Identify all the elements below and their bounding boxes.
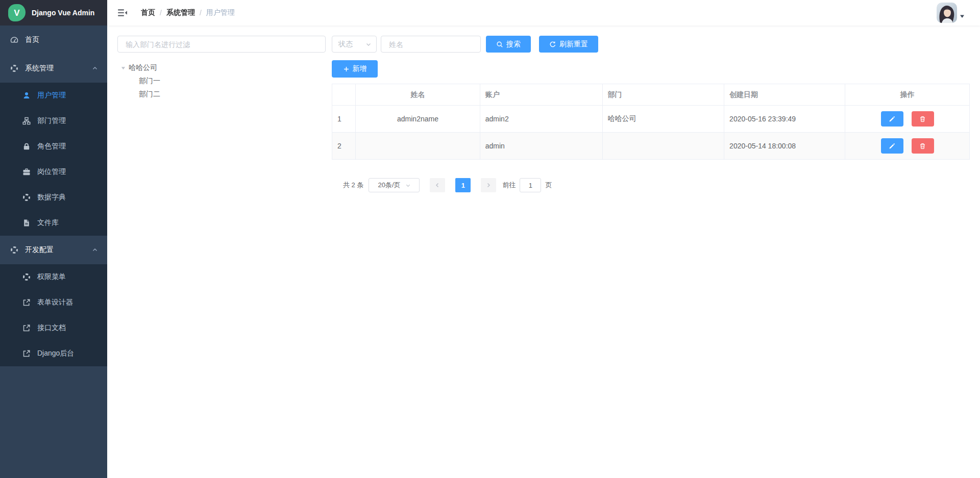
- component-icon: [10, 64, 18, 72]
- page-size-value: 20条/页: [378, 181, 400, 190]
- sidebar-group-system[interactable]: 系统管理: [0, 54, 107, 83]
- lock-icon: [22, 142, 31, 150]
- sidebar-item-django-backend[interactable]: Django后台: [0, 341, 107, 366]
- delete-button[interactable]: [912, 111, 934, 127]
- sidebar-item-dept-management[interactable]: 部门管理: [0, 108, 107, 134]
- tree-node-company[interactable]: 哈哈公司: [117, 61, 326, 74]
- component-icon: [22, 273, 31, 281]
- external-link-icon: [22, 349, 31, 358]
- page-number-1[interactable]: 1: [455, 178, 471, 192]
- prev-page-button[interactable]: [430, 178, 445, 192]
- sidebar-item-role-management[interactable]: 角色管理: [0, 134, 107, 159]
- sidebar-item-label: 数据字典: [37, 193, 66, 202]
- breadcrumb-separator: /: [200, 9, 202, 17]
- sidebar-item-label: 角色管理: [37, 142, 66, 151]
- sidebar-item-api-docs[interactable]: 接口文档: [0, 315, 107, 341]
- department-filter-input[interactable]: [117, 36, 326, 53]
- sidebar: V Django Vue Admin 首页 系统管理 用户管理: [0, 0, 107, 478]
- user-icon: [22, 91, 31, 99]
- breadcrumb-home[interactable]: 首页: [141, 8, 155, 17]
- sidebar-item-data-dictionary[interactable]: 数据字典: [0, 185, 107, 210]
- col-index: [332, 84, 356, 106]
- cell-department: [602, 133, 724, 160]
- sidebar-group-label: 系统管理: [25, 64, 54, 73]
- sidebar-group-label: 开发配置: [25, 245, 54, 255]
- edit-icon: [889, 143, 895, 149]
- submenu-system: 用户管理 部门管理 角色管理 岗位管理: [0, 83, 107, 236]
- app-logo[interactable]: V Django Vue Admin: [0, 0, 107, 26]
- user-table: 姓名 账户 部门 创建日期 操作 1 admin2name admin2 哈哈公…: [332, 84, 970, 160]
- app-title: Django Vue Admin: [32, 9, 94, 17]
- cell-department: 哈哈公司: [602, 106, 724, 133]
- table-row: 1 admin2name admin2 哈哈公司 2020-05-16 23:3…: [332, 106, 970, 133]
- trash-icon: [919, 143, 926, 149]
- filter-bar: 状态 搜索 刷新重置: [332, 36, 970, 53]
- edit-icon: [889, 116, 895, 122]
- dashboard-icon: [10, 36, 18, 44]
- sidebar-menu: 首页 系统管理 用户管理 部门管理: [0, 26, 107, 366]
- table-header-row: 姓名 账户 部门 创建日期 操作: [332, 84, 970, 106]
- page-unit-label: 页: [545, 181, 552, 190]
- cell-index: 2: [332, 133, 356, 160]
- pagination-total: 共 2 条: [343, 181, 363, 190]
- refresh-reset-label: 刷新重置: [559, 40, 588, 49]
- add-button-label: 新增: [353, 64, 367, 73]
- sidebar-item-label: 接口文档: [37, 323, 66, 333]
- vue-logo-letter: V: [14, 9, 19, 17]
- top-navbar: 首页 / 系统管理 / 用户管理: [107, 0, 980, 26]
- tree-node-dept-1[interactable]: 部门一: [117, 74, 326, 88]
- user-menu[interactable]: [937, 3, 972, 23]
- main-content: 哈哈公司 部门一 部门二 状态 搜索: [107, 26, 980, 478]
- caret-down-icon[interactable]: [117, 66, 129, 70]
- cell-name: admin2name: [356, 106, 480, 133]
- next-page-button[interactable]: [481, 178, 496, 192]
- external-link-icon: [22, 324, 31, 332]
- name-filter-input[interactable]: [381, 36, 481, 53]
- sidebar-item-file-library[interactable]: 文件库: [0, 210, 107, 236]
- add-button[interactable]: 新增: [332, 60, 378, 78]
- sidebar-item-form-designer[interactable]: 表单设计器: [0, 290, 107, 315]
- sidebar-item-home[interactable]: 首页: [0, 26, 107, 54]
- department-panel: 哈哈公司 部门一 部门二: [117, 36, 326, 468]
- page-size-select[interactable]: 20条/页: [369, 178, 420, 192]
- sidebar-item-label: 首页: [25, 35, 39, 44]
- cell-actions: [845, 106, 970, 133]
- delete-button[interactable]: [912, 138, 934, 154]
- refresh-reset-button[interactable]: 刷新重置: [539, 36, 598, 53]
- cell-account: admin2: [480, 106, 602, 133]
- table-row: 2 admin 2020-05-14 18:00:08: [332, 133, 970, 160]
- chevron-down-icon: [405, 183, 411, 188]
- submenu-dev: 权限菜单 表单设计器 接口文档 Django后台: [0, 264, 107, 366]
- component-icon: [22, 193, 31, 202]
- search-icon: [496, 41, 503, 48]
- department-tree: 哈哈公司 部门一 部门二: [117, 61, 326, 101]
- vue-logo-icon: V: [8, 4, 26, 21]
- sidebar-item-permission-menu[interactable]: 权限菜单: [0, 264, 107, 290]
- goto-page-input[interactable]: [520, 178, 541, 192]
- trash-icon: [919, 116, 926, 122]
- search-button[interactable]: 搜索: [486, 36, 531, 53]
- tree-node-label: 哈哈公司: [129, 63, 157, 72]
- col-actions: 操作: [845, 84, 970, 106]
- user-avatar[interactable]: [937, 3, 957, 23]
- search-button-label: 搜索: [506, 40, 521, 49]
- sidebar-item-user-management[interactable]: 用户管理: [0, 83, 107, 108]
- sidebar-item-label: 岗位管理: [37, 167, 66, 177]
- edit-button[interactable]: [881, 111, 903, 127]
- chevron-up-icon: [92, 247, 98, 253]
- sidebar-group-dev-config[interactable]: 开发配置: [0, 236, 107, 264]
- sidebar-item-label: 文件库: [37, 218, 59, 228]
- breadcrumb-system[interactable]: 系统管理: [166, 8, 195, 17]
- col-created-date: 创建日期: [724, 84, 845, 106]
- status-select-placeholder: 状态: [338, 40, 353, 49]
- tree-node-dept-2[interactable]: 部门二: [117, 88, 326, 101]
- status-select[interactable]: 状态: [332, 36, 377, 53]
- caret-down-icon[interactable]: [960, 14, 965, 19]
- sidebar-item-label: 部门管理: [37, 116, 66, 125]
- breadcrumb-current: 用户管理: [206, 8, 235, 17]
- sidebar-item-post-management[interactable]: 岗位管理: [0, 159, 107, 185]
- col-name: 姓名: [356, 84, 480, 106]
- edit-button[interactable]: [881, 138, 903, 154]
- chevron-up-icon: [92, 65, 98, 71]
- hamburger-icon[interactable]: [111, 0, 134, 26]
